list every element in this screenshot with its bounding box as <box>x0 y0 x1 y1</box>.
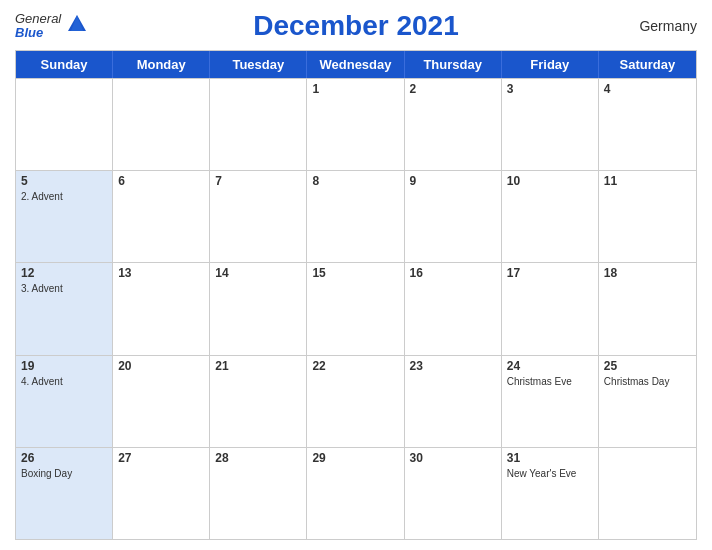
day-cell-7: 7 <box>210 171 307 262</box>
logo: General Blue <box>15 12 88 41</box>
day-number: 24 <box>507 359 593 373</box>
day-header-tuesday: Tuesday <box>210 51 307 78</box>
day-cell-1: 1 <box>307 79 404 170</box>
day-number: 31 <box>507 451 593 465</box>
day-header-thursday: Thursday <box>405 51 502 78</box>
week-row-2: 123. Advent131415161718 <box>16 262 696 354</box>
day-event: 4. Advent <box>21 375 107 388</box>
day-number: 5 <box>21 174 107 188</box>
logo-blue-text: Blue <box>15 26 61 40</box>
day-cell-5: 52. Advent <box>16 171 113 262</box>
day-cell-28: 28 <box>210 448 307 539</box>
calendar-container: General Blue December 2021 Germany Sunda… <box>0 0 712 550</box>
day-number: 26 <box>21 451 107 465</box>
day-number: 2 <box>410 82 496 96</box>
day-number: 3 <box>507 82 593 96</box>
day-cell-12: 123. Advent <box>16 263 113 354</box>
day-number: 13 <box>118 266 204 280</box>
day-header-sunday: Sunday <box>16 51 113 78</box>
day-cell-3: 3 <box>502 79 599 170</box>
day-number: 28 <box>215 451 301 465</box>
weeks-container: 123452. Advent67891011123. Advent1314151… <box>16 78 696 539</box>
calendar-header: General Blue December 2021 Germany <box>15 10 697 42</box>
day-number: 16 <box>410 266 496 280</box>
day-number: 11 <box>604 174 691 188</box>
day-event: Christmas Eve <box>507 375 593 388</box>
day-cell-24: 24Christmas Eve <box>502 356 599 447</box>
day-cell-empty-0-1 <box>113 79 210 170</box>
calendar-grid: SundayMondayTuesdayWednesdayThursdayFrid… <box>15 50 697 540</box>
day-number: 25 <box>604 359 691 373</box>
day-number: 17 <box>507 266 593 280</box>
week-row-4: 26Boxing Day2728293031New Year's Eve <box>16 447 696 539</box>
day-cell-10: 10 <box>502 171 599 262</box>
day-number: 23 <box>410 359 496 373</box>
day-number: 1 <box>312 82 398 96</box>
day-cell-17: 17 <box>502 263 599 354</box>
day-number: 10 <box>507 174 593 188</box>
day-cell-16: 16 <box>405 263 502 354</box>
day-cell-empty-0-0 <box>16 79 113 170</box>
day-number: 22 <box>312 359 398 373</box>
day-cell-6: 6 <box>113 171 210 262</box>
month-title: December 2021 <box>253 10 458 42</box>
day-number: 8 <box>312 174 398 188</box>
day-number: 21 <box>215 359 301 373</box>
logo-general-text: General <box>15 12 61 26</box>
day-number: 19 <box>21 359 107 373</box>
day-cell-29: 29 <box>307 448 404 539</box>
day-number: 30 <box>410 451 496 465</box>
day-number: 7 <box>215 174 301 188</box>
day-number: 4 <box>604 82 691 96</box>
logo-mountain-icon <box>66 13 88 39</box>
day-headers-row: SundayMondayTuesdayWednesdayThursdayFrid… <box>16 51 696 78</box>
day-header-monday: Monday <box>113 51 210 78</box>
day-cell-15: 15 <box>307 263 404 354</box>
week-row-1: 52. Advent67891011 <box>16 170 696 262</box>
day-header-friday: Friday <box>502 51 599 78</box>
day-cell-19: 194. Advent <box>16 356 113 447</box>
day-number: 15 <box>312 266 398 280</box>
day-cell-27: 27 <box>113 448 210 539</box>
day-cell-14: 14 <box>210 263 307 354</box>
week-row-0: 1234 <box>16 78 696 170</box>
country-label: Germany <box>639 18 697 34</box>
day-number: 29 <box>312 451 398 465</box>
day-cell-empty-4-6 <box>599 448 696 539</box>
day-number: 14 <box>215 266 301 280</box>
day-cell-31: 31New Year's Eve <box>502 448 599 539</box>
day-number: 27 <box>118 451 204 465</box>
day-cell-30: 30 <box>405 448 502 539</box>
day-event: Boxing Day <box>21 467 107 480</box>
day-cell-18: 18 <box>599 263 696 354</box>
day-cell-22: 22 <box>307 356 404 447</box>
day-cell-21: 21 <box>210 356 307 447</box>
day-cell-13: 13 <box>113 263 210 354</box>
day-number: 12 <box>21 266 107 280</box>
day-cell-empty-0-2 <box>210 79 307 170</box>
week-row-3: 194. Advent2021222324Christmas Eve25Chri… <box>16 355 696 447</box>
day-event: 3. Advent <box>21 282 107 295</box>
day-cell-25: 25Christmas Day <box>599 356 696 447</box>
day-header-saturday: Saturday <box>599 51 696 78</box>
day-cell-4: 4 <box>599 79 696 170</box>
day-event: Christmas Day <box>604 375 691 388</box>
day-cell-2: 2 <box>405 79 502 170</box>
day-cell-8: 8 <box>307 171 404 262</box>
day-event: New Year's Eve <box>507 467 593 480</box>
day-cell-23: 23 <box>405 356 502 447</box>
day-cell-26: 26Boxing Day <box>16 448 113 539</box>
day-number: 18 <box>604 266 691 280</box>
day-event: 2. Advent <box>21 190 107 203</box>
day-number: 9 <box>410 174 496 188</box>
day-cell-11: 11 <box>599 171 696 262</box>
day-number: 20 <box>118 359 204 373</box>
day-number: 6 <box>118 174 204 188</box>
day-cell-20: 20 <box>113 356 210 447</box>
day-header-wednesday: Wednesday <box>307 51 404 78</box>
day-cell-9: 9 <box>405 171 502 262</box>
